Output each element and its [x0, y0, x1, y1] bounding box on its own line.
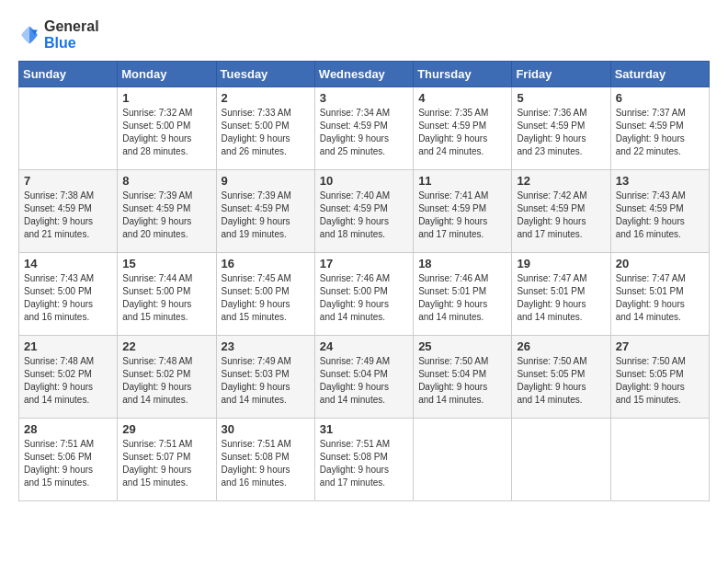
- calendar-week-row: 7Sunrise: 7:38 AM Sunset: 4:59 PM Daylig…: [19, 170, 710, 253]
- calendar-table: SundayMondayTuesdayWednesdayThursdayFrid…: [18, 61, 710, 501]
- day-header-wednesday: Wednesday: [314, 62, 413, 87]
- calendar-cell: 19Sunrise: 7:47 AM Sunset: 5:01 PM Dayli…: [512, 253, 610, 336]
- day-number: 18: [418, 257, 506, 270]
- calendar-cell: [610, 419, 709, 501]
- day-header-saturday: Saturday: [610, 62, 709, 87]
- day-header-tuesday: Tuesday: [216, 62, 314, 87]
- calendar-cell: 27Sunrise: 7:50 AM Sunset: 5:05 PM Dayli…: [610, 336, 709, 419]
- calendar-cell: 29Sunrise: 7:51 AM Sunset: 5:07 PM Dayli…: [118, 419, 216, 501]
- day-info: Sunrise: 7:34 AM Sunset: 4:59 PM Dayligh…: [320, 107, 408, 158]
- day-info: Sunrise: 7:47 AM Sunset: 5:01 PM Dayligh…: [517, 272, 605, 324]
- day-info: Sunrise: 7:51 AM Sunset: 5:07 PM Dayligh…: [122, 438, 210, 489]
- day-info: Sunrise: 7:50 AM Sunset: 5:05 PM Dayligh…: [517, 355, 605, 407]
- day-info: Sunrise: 7:50 AM Sunset: 5:05 PM Dayligh…: [616, 355, 704, 407]
- calendar-cell: 18Sunrise: 7:46 AM Sunset: 5:01 PM Dayli…: [414, 253, 512, 336]
- day-header-friday: Friday: [512, 62, 610, 87]
- day-info: Sunrise: 7:46 AM Sunset: 5:00 PM Dayligh…: [320, 272, 408, 324]
- calendar-cell: 30Sunrise: 7:51 AM Sunset: 5:08 PM Dayli…: [216, 419, 314, 501]
- day-info: Sunrise: 7:40 AM Sunset: 4:59 PM Dayligh…: [320, 190, 408, 241]
- calendar-cell: 22Sunrise: 7:48 AM Sunset: 5:02 PM Dayli…: [118, 336, 216, 419]
- day-info: Sunrise: 7:38 AM Sunset: 4:59 PM Dayligh…: [24, 190, 112, 241]
- calendar-cell: 21Sunrise: 7:48 AM Sunset: 5:02 PM Dayli…: [19, 336, 118, 419]
- day-info: Sunrise: 7:42 AM Sunset: 4:59 PM Dayligh…: [517, 190, 605, 241]
- day-info: Sunrise: 7:49 AM Sunset: 5:03 PM Dayligh…: [222, 355, 310, 407]
- calendar-cell: 26Sunrise: 7:50 AM Sunset: 5:05 PM Dayli…: [512, 336, 610, 419]
- calendar-cell: [512, 419, 610, 501]
- calendar-cell: 25Sunrise: 7:50 AM Sunset: 5:04 PM Dayli…: [414, 336, 512, 419]
- day-number: 11: [418, 174, 506, 188]
- calendar-cell: 31Sunrise: 7:51 AM Sunset: 5:08 PM Dayli…: [314, 419, 413, 501]
- calendar-cell: 9Sunrise: 7:39 AM Sunset: 4:59 PM Daylig…: [216, 170, 314, 253]
- day-info: Sunrise: 7:47 AM Sunset: 5:01 PM Dayligh…: [616, 272, 704, 324]
- calendar-cell: 10Sunrise: 7:40 AM Sunset: 4:59 PM Dayli…: [314, 170, 413, 253]
- day-info: Sunrise: 7:44 AM Sunset: 5:00 PM Dayligh…: [122, 272, 210, 324]
- day-number: 9: [222, 174, 310, 188]
- calendar-cell: 12Sunrise: 7:42 AM Sunset: 4:59 PM Dayli…: [512, 170, 610, 253]
- calendar-cell: [19, 87, 118, 170]
- day-number: 27: [616, 339, 704, 353]
- day-info: Sunrise: 7:51 AM Sunset: 5:08 PM Dayligh…: [320, 438, 408, 489]
- calendar-cell: 6Sunrise: 7:37 AM Sunset: 4:59 PM Daylig…: [610, 87, 709, 170]
- calendar-cell: 23Sunrise: 7:49 AM Sunset: 5:03 PM Dayli…: [216, 336, 314, 419]
- day-number: 29: [122, 422, 210, 436]
- calendar-cell: 15Sunrise: 7:44 AM Sunset: 5:00 PM Dayli…: [118, 253, 216, 336]
- day-info: Sunrise: 7:36 AM Sunset: 4:59 PM Dayligh…: [517, 107, 605, 158]
- calendar-cell: 8Sunrise: 7:39 AM Sunset: 4:59 PM Daylig…: [118, 170, 216, 253]
- day-number: 20: [616, 257, 704, 270]
- logo-text: General Blue: [44, 18, 99, 52]
- day-header-sunday: Sunday: [19, 62, 118, 87]
- calendar-cell: 28Sunrise: 7:51 AM Sunset: 5:06 PM Dayli…: [19, 419, 118, 501]
- day-info: Sunrise: 7:45 AM Sunset: 5:00 PM Dayligh…: [222, 272, 310, 324]
- day-info: Sunrise: 7:39 AM Sunset: 4:59 PM Dayligh…: [122, 190, 210, 241]
- day-number: 31: [320, 422, 408, 436]
- day-info: Sunrise: 7:39 AM Sunset: 4:59 PM Dayligh…: [222, 190, 310, 241]
- day-number: 10: [320, 174, 408, 188]
- day-info: Sunrise: 7:41 AM Sunset: 4:59 PM Dayligh…: [418, 190, 506, 241]
- calendar-cell: 16Sunrise: 7:45 AM Sunset: 5:00 PM Dayli…: [216, 253, 314, 336]
- day-number: 13: [616, 174, 704, 188]
- calendar-week-row: 1Sunrise: 7:32 AM Sunset: 5:00 PM Daylig…: [19, 87, 710, 170]
- day-info: Sunrise: 7:37 AM Sunset: 4:59 PM Dayligh…: [616, 107, 704, 158]
- calendar-cell: 1Sunrise: 7:32 AM Sunset: 5:00 PM Daylig…: [118, 87, 216, 170]
- day-info: Sunrise: 7:33 AM Sunset: 5:00 PM Dayligh…: [222, 107, 310, 158]
- calendar-header-row: SundayMondayTuesdayWednesdayThursdayFrid…: [19, 62, 710, 87]
- day-number: 8: [122, 174, 210, 188]
- day-header-monday: Monday: [118, 62, 216, 87]
- day-number: 28: [24, 422, 112, 436]
- day-number: 19: [517, 257, 605, 270]
- calendar-cell: 11Sunrise: 7:41 AM Sunset: 4:59 PM Dayli…: [414, 170, 512, 253]
- day-info: Sunrise: 7:51 AM Sunset: 5:06 PM Dayligh…: [24, 438, 112, 489]
- day-number: 2: [222, 91, 310, 105]
- day-info: Sunrise: 7:48 AM Sunset: 5:02 PM Dayligh…: [24, 355, 112, 407]
- day-info: Sunrise: 7:43 AM Sunset: 5:00 PM Dayligh…: [24, 272, 112, 324]
- day-number: 17: [320, 257, 408, 270]
- calendar-cell: 4Sunrise: 7:35 AM Sunset: 4:59 PM Daylig…: [414, 87, 512, 170]
- calendar-cell: 14Sunrise: 7:43 AM Sunset: 5:00 PM Dayli…: [19, 253, 118, 336]
- calendar-week-row: 28Sunrise: 7:51 AM Sunset: 5:06 PM Dayli…: [19, 419, 710, 501]
- calendar-cell: 2Sunrise: 7:33 AM Sunset: 5:00 PM Daylig…: [216, 87, 314, 170]
- day-info: Sunrise: 7:48 AM Sunset: 5:02 PM Dayligh…: [122, 355, 210, 407]
- day-number: 12: [517, 174, 605, 188]
- day-number: 3: [320, 91, 408, 105]
- calendar-cell: 24Sunrise: 7:49 AM Sunset: 5:04 PM Dayli…: [314, 336, 413, 419]
- day-number: 7: [24, 174, 112, 188]
- calendar-cell: 7Sunrise: 7:38 AM Sunset: 4:59 PM Daylig…: [19, 170, 118, 253]
- day-number: 25: [418, 339, 506, 353]
- day-header-thursday: Thursday: [414, 62, 512, 87]
- day-number: 23: [222, 339, 310, 353]
- day-number: 1: [122, 91, 210, 105]
- day-number: 24: [320, 339, 408, 353]
- logo: General Blue: [18, 18, 99, 52]
- day-number: 16: [222, 257, 310, 270]
- logo-icon: [18, 24, 40, 46]
- day-number: 15: [122, 257, 210, 270]
- day-info: Sunrise: 7:35 AM Sunset: 4:59 PM Dayligh…: [418, 107, 506, 158]
- day-info: Sunrise: 7:49 AM Sunset: 5:04 PM Dayligh…: [320, 355, 408, 407]
- day-info: Sunrise: 7:32 AM Sunset: 5:00 PM Dayligh…: [122, 107, 210, 158]
- calendar-week-row: 14Sunrise: 7:43 AM Sunset: 5:00 PM Dayli…: [19, 253, 710, 336]
- day-number: 14: [24, 257, 112, 270]
- day-number: 22: [122, 339, 210, 353]
- page-header: General Blue: [18, 18, 710, 52]
- day-info: Sunrise: 7:50 AM Sunset: 5:04 PM Dayligh…: [418, 355, 506, 407]
- day-info: Sunrise: 7:51 AM Sunset: 5:08 PM Dayligh…: [222, 438, 310, 489]
